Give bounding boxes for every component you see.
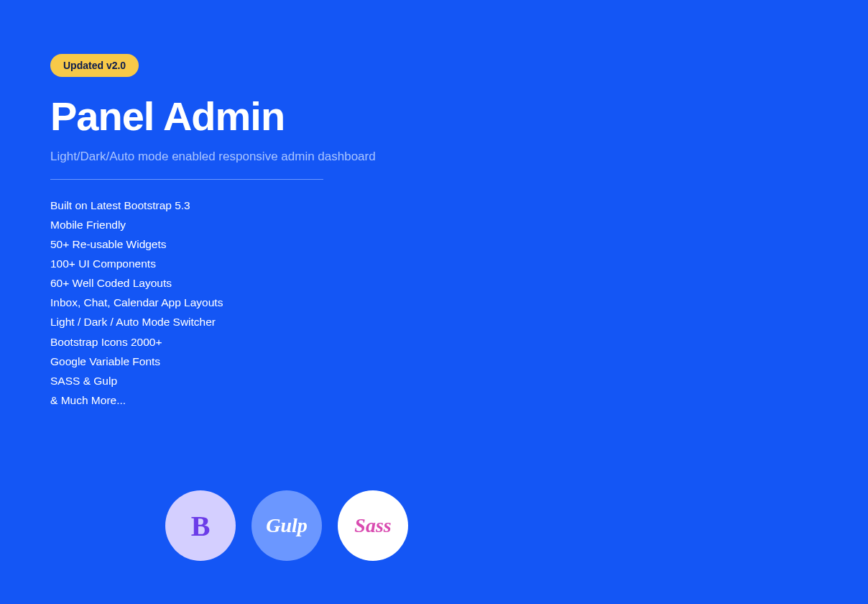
feature-item: Inbox, Chat, Calendar App Layouts xyxy=(50,293,381,312)
feature-item: 100+ UI Components xyxy=(50,254,381,273)
feature-list: Built on Latest Bootstrap 5.3Mobile Frie… xyxy=(50,196,381,410)
feature-item: & Much More... xyxy=(50,390,381,410)
feature-item: Built on Latest Bootstrap 5.3 xyxy=(50,196,381,215)
feature-item: 60+ Well Coded Layouts xyxy=(50,273,381,293)
gulp-icon: Gulp xyxy=(251,490,322,561)
feature-item: Light / Dark / Auto Mode Switcher xyxy=(50,312,381,331)
feature-item: Bootstrap Icons 2000+ xyxy=(50,332,381,352)
version-badge: Updated v2.0 xyxy=(50,54,139,77)
feature-item: Mobile Friendly xyxy=(50,215,381,234)
product-subtitle: Light/Dark/Auto mode enabled responsive … xyxy=(50,148,381,166)
product-title: Panel Admin xyxy=(50,93,381,139)
divider xyxy=(50,179,323,180)
feature-item: 50+ Re-usable Widgets xyxy=(50,234,381,254)
tech-icons: B Gulp Sass xyxy=(165,490,408,561)
feature-item: SASS & Gulp xyxy=(50,371,381,390)
bootstrap-icon: B xyxy=(165,490,236,561)
feature-item: Google Variable Fonts xyxy=(50,352,381,371)
sass-icon: Sass xyxy=(338,490,408,561)
